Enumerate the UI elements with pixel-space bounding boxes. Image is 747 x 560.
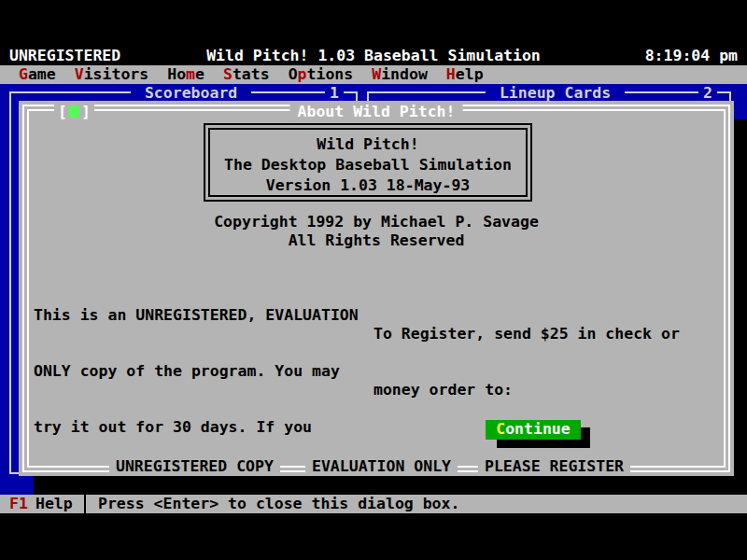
dialog-shadow-right (734, 119, 747, 495)
registration-status: UNREGISTERED (9, 47, 120, 65)
badge-please-register: PLEASE REGISTER (478, 457, 630, 476)
menu-help[interactable]: Help (446, 65, 484, 84)
register-info-block: To Register, send $25 in check or money … (374, 287, 721, 513)
menu-home[interactable]: Home (167, 65, 204, 84)
register-line: To Register, send $25 in check or (374, 325, 721, 343)
window-scoreboard-number: 1 (325, 84, 344, 103)
clock: 8:19:04 pm (645, 47, 738, 65)
status-bar: F1 Help Press <Enter> to close this dial… (0, 495, 747, 513)
menu-options[interactable]: Options (289, 65, 354, 84)
app-title-bar: UNREGISTERED Wild Pitch! 1.03 Baseball S… (0, 47, 747, 65)
status-divider (84, 495, 86, 513)
window-lineup-title[interactable]: Lineup Cards (486, 84, 625, 103)
badge-evaluation-only: EVALUATION ONLY (305, 457, 458, 476)
badge-unregistered-copy: UNREGISTERED COPY (109, 457, 280, 476)
copyright-block: Copyright 1992 by Michael P. Savage All … (19, 213, 734, 250)
f1-key-hint[interactable]: F1 (9, 495, 28, 513)
f1-key-label[interactable]: Help (35, 495, 73, 513)
product-version: Version 1.03 18-May-93 (210, 175, 526, 196)
dos-screen: UNREGISTERED Wild Pitch! 1.03 Baseball S… (0, 47, 747, 513)
window-lineup-number: 2 (698, 84, 717, 103)
product-name: Wild Pitch! (210, 134, 526, 155)
app-title: Wild Pitch! 1.03 Baseball Simulation (206, 47, 541, 65)
menu-game[interactable]: Game (19, 65, 56, 84)
dialog-title: About Wild Pitch! (290, 103, 463, 121)
menu-window[interactable]: Window (372, 65, 428, 84)
window-scoreboard-title[interactable]: Scoreboard (131, 84, 251, 103)
menu-visitors[interactable]: Visitors (75, 65, 148, 84)
close-icon (69, 105, 79, 118)
menu-bar: Game Visitors Home Stats Options Window … (0, 65, 747, 84)
copyright-line: Copyright 1992 by Michael P. Savage (19, 213, 734, 231)
menu-stats[interactable]: Stats (223, 65, 270, 84)
rights-line: All Rights Reserved (19, 231, 734, 250)
register-line: money order to: (374, 381, 721, 399)
status-message: Press <Enter> to close this dialog box. (98, 495, 459, 513)
dialog-close-button[interactable]: [] (54, 103, 94, 121)
product-subtitle: The Desktop Baseball Simulation (210, 155, 526, 175)
version-box: Wild Pitch! The Desktop Baseball Simulat… (204, 123, 532, 202)
evaluation-paragraph: This is an UNREGISTERED, EVALUATION ONLY… (34, 269, 381, 513)
about-dialog: [] About Wild Pitch! Wild Pitch! The Des… (19, 101, 734, 476)
continue-button[interactable]: Continue (486, 420, 581, 440)
